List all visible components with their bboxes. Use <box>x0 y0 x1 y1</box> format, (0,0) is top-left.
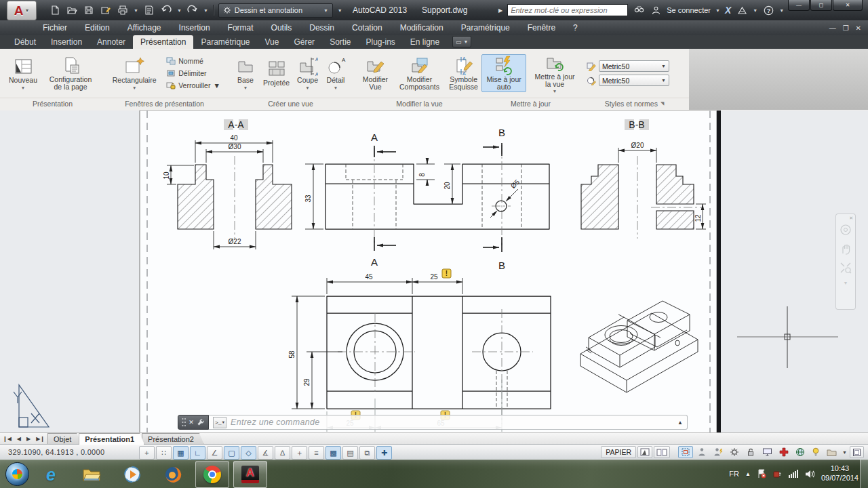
infocenter-bulb-button[interactable] <box>809 446 823 458</box>
command-bar-grip[interactable]: ✕ <box>178 415 209 430</box>
save-as-button[interactable] <box>100 4 112 16</box>
chevron-down-icon[interactable]: ▼ <box>134 8 138 13</box>
tab-insertion[interactable]: Insertion <box>43 35 90 49</box>
sign-in-button[interactable]: Se connecter <box>667 6 711 14</box>
first-layout-icon[interactable]: ❙◀ <box>0 433 14 445</box>
workspace-switch-button[interactable] <box>727 446 742 458</box>
new-file-button[interactable] <box>49 4 61 16</box>
app-menu-button[interactable]: A▼ <box>7 1 37 20</box>
tab-plugins[interactable]: Plug-ins <box>358 35 402 49</box>
safely-remove-icon[interactable] <box>772 469 782 479</box>
snap-toggle[interactable]: ∷ <box>156 446 172 460</box>
quick-view-drawings-button[interactable] <box>654 446 670 458</box>
chevron-down-icon[interactable]: ▼ <box>779 8 784 13</box>
pan-hand-icon[interactable] <box>840 243 852 255</box>
taskbar-media-player[interactable] <box>122 464 142 485</box>
menu-insertion[interactable]: Insertion <box>170 20 219 35</box>
communication-center-button[interactable] <box>793 446 808 458</box>
toolbar-lock-button[interactable] <box>743 446 758 458</box>
dynamic-input-toggle[interactable]: ＋ <box>292 446 307 460</box>
prev-layout-icon[interactable]: ◀ <box>14 433 24 445</box>
menu-fichier[interactable]: Fichier <box>34 20 76 35</box>
tab-annoter[interactable]: Annoter <box>90 35 133 49</box>
taskbar-internet-explorer[interactable]: e <box>41 464 61 485</box>
navigation-bar[interactable]: ✕ ▼ <box>835 214 856 310</box>
menu-parametrique[interactable]: Paramétrique <box>452 20 519 35</box>
show-hidden-icons[interactable]: ▲ <box>745 471 751 477</box>
help-icon[interactable]: ? <box>762 4 774 16</box>
plot-button[interactable] <box>117 4 129 16</box>
print-preview-button[interactable] <box>143 4 155 16</box>
dim-style-select[interactable]: Metric50▼ <box>599 60 669 72</box>
lineweight-toggle[interactable]: ≡ <box>309 446 324 460</box>
doc-minimize-button[interactable]: — <box>829 24 836 32</box>
open-file-button[interactable] <box>66 4 78 16</box>
show-desktop-button[interactable] <box>860 460 868 488</box>
performance-button[interactable] <box>776 446 791 458</box>
tab-parametrique[interactable]: Paramétrique <box>193 35 257 49</box>
menu-aide[interactable]: ? <box>564 20 587 35</box>
status-menu-icon[interactable]: ▼ <box>841 450 848 455</box>
redo-button[interactable] <box>186 4 199 16</box>
tab-presentation[interactable]: Présentation <box>133 35 193 49</box>
section-view-button[interactable]: AA Coupe▼ <box>295 55 320 91</box>
autodesk-360-icon[interactable] <box>736 4 748 16</box>
panel-expand-icon[interactable]: ◥ <box>660 101 664 106</box>
rectangular-viewport-button[interactable]: Rectangulaire▼ <box>107 55 161 91</box>
transparency-toggle[interactable]: ▩ <box>326 446 341 460</box>
menu-format[interactable]: Format <box>219 20 262 35</box>
command-history-icon[interactable]: ▲ <box>677 420 683 426</box>
undo-button[interactable] <box>160 4 172 16</box>
taskbar-explorer[interactable] <box>81 464 102 485</box>
chevron-down-icon[interactable]: ▼ <box>177 8 182 13</box>
speaker-icon[interactable] <box>805 470 815 479</box>
lock-viewport-button[interactable]: Verrouiller▼ <box>165 80 222 92</box>
maximize-button[interactable]: ◻ <box>810 0 832 11</box>
command-close-icon[interactable]: ✕ <box>189 419 194 426</box>
clock[interactable]: 10:43 09/07/2014 <box>821 464 859 483</box>
maximize-viewport-button[interactable] <box>678 446 693 458</box>
clean-screen-button[interactable] <box>850 446 864 458</box>
grid-toggle[interactable]: ▦ <box>173 446 189 460</box>
start-button[interactable] <box>5 462 29 486</box>
ortho-toggle[interactable]: ∟ <box>190 446 205 460</box>
osnap-3d-toggle[interactable]: ◇ <box>241 446 256 460</box>
action-center-flag-icon[interactable] <box>757 469 766 479</box>
chevron-down-icon[interactable]: ▼ <box>203 8 208 13</box>
save-button[interactable] <box>83 4 95 16</box>
chevron-down-icon[interactable]: ▼ <box>715 8 720 13</box>
warning-icon[interactable]: ! <box>442 269 451 278</box>
infocenter-collapse-icon[interactable]: ▶ <box>498 7 502 14</box>
new-layout-button[interactable]: Nouveau▼ <box>7 55 39 91</box>
last-layout-icon[interactable]: ▶❙ <box>33 433 47 445</box>
annotation-visibility-button[interactable] <box>694 446 709 458</box>
doc-close-button[interactable]: ✕ <box>856 24 861 32</box>
navbar-more-icon[interactable]: ▼ <box>844 281 848 285</box>
search-icon[interactable] <box>633 4 645 16</box>
tab-sortie[interactable]: Sortie <box>322 35 358 49</box>
command-input[interactable]: >_▼ Entrez une commande ▲ <box>209 415 688 430</box>
page-setup-button[interactable]: Configuration de la page <box>43 54 98 93</box>
annotation-monitor-toggle[interactable]: ✚ <box>376 446 392 460</box>
symbol-sketch-button[interactable]: AA Symbole Esquisse <box>446 54 481 93</box>
dynamic-ucs-toggle[interactable]: ∆ <box>275 446 290 460</box>
tab-enligne[interactable]: En ligne <box>403 35 447 49</box>
search-input[interactable] <box>507 4 628 16</box>
dim-style-icon[interactable] <box>587 62 596 71</box>
detail-view-button[interactable]: A Détail▼ <box>323 55 348 91</box>
annotation-autoscale-button[interactable] <box>711 446 726 458</box>
named-viewport-button[interactable]: Nommé <box>165 56 222 67</box>
paper-model-toggle[interactable]: PAPIER <box>601 446 636 458</box>
view-style-icon[interactable] <box>587 76 596 85</box>
infer-constraints-toggle[interactable]: + <box>139 446 155 460</box>
tab-gerer[interactable]: Gérer <box>286 35 322 49</box>
osnap-toggle[interactable]: ▢ <box>224 446 239 460</box>
view-style-select[interactable]: Metric50▼ <box>599 75 669 86</box>
taskbar-autocad[interactable]: A <box>233 461 267 488</box>
exchange-apps-icon[interactable]: X <box>725 5 731 16</box>
zoom-extents-icon[interactable] <box>840 262 852 274</box>
update-view-button[interactable]: Mettre à jour la vue▼ <box>530 52 580 96</box>
drawing-canvas[interactable]: .ol{stroke:#1c1c1c;stroke-width:1.25;fil… <box>0 110 868 432</box>
menu-affichage[interactable]: Affichage <box>119 20 170 35</box>
menu-modification[interactable]: Modification <box>391 20 452 35</box>
